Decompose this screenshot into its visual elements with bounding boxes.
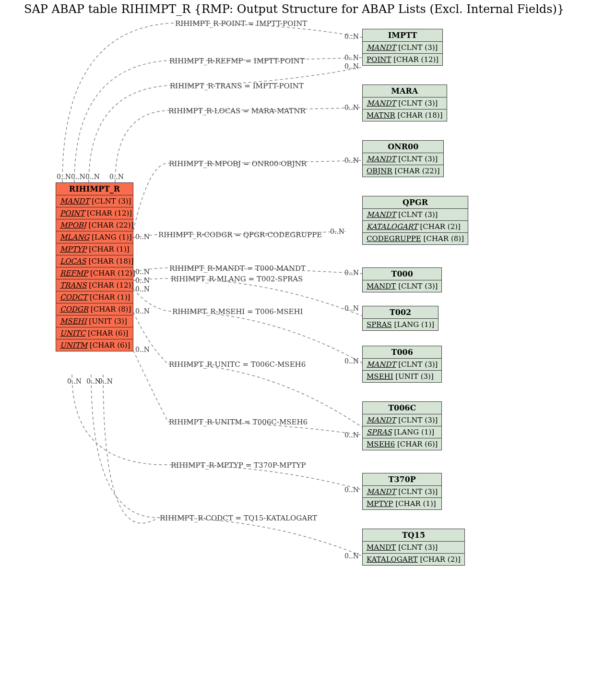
entity-field: MLANG [LANG (1)]	[56, 231, 133, 243]
page-title: SAP ABAP table RIHIMPT_R {RMP: Output St…	[24, 2, 564, 16]
cardinality: 0..N	[330, 228, 344, 235]
entity-field: MANDT [CLNT (3)]	[56, 195, 133, 207]
cardinality: 0..N	[135, 285, 150, 293]
entity-field: UNITC [CHAR (6)]	[56, 327, 133, 339]
cardinality: 0..N	[344, 157, 359, 164]
cardinality: 0..N	[344, 357, 359, 365]
entity-field: MPTYP [CHAR (1)]	[56, 243, 133, 255]
relation-label: RIHIMPT_R-CODGR = QPGR-CODEGRUPPE	[158, 230, 322, 239]
entity-onr00: ONR00MANDT [CLNT (3)]OBJNR [CHAR (22)]	[362, 140, 444, 177]
entity-field: MANDT [CLNT (3)]	[363, 97, 447, 109]
cardinality: 0..N	[344, 104, 359, 111]
entity-t002: T002SPRAS [LANG (1)]	[362, 306, 438, 331]
relation-label: RIHIMPT_R-TRANS = IMPTT-POINT	[170, 82, 304, 90]
cardinality: 0..N	[135, 268, 150, 276]
entity-qpgr: QPGRMANDT [CLNT (3)]KATALOGART [CHAR (2)…	[362, 196, 468, 245]
entity-field: KATALOGART [CHAR (2)]	[363, 554, 464, 565]
entity-t006c: T006CMANDT [CLNT (3)]SPRAS [LANG (1)]MSE…	[362, 401, 442, 450]
entity-header: T370P	[363, 473, 441, 486]
entity-header: MARA	[363, 85, 447, 97]
entity-field: MANDT [CLNT (3)]	[363, 209, 468, 221]
entity-field: REFMP [CHAR (12)]	[56, 267, 133, 279]
entity-field: MANDT [CLNT (3)]	[363, 414, 441, 426]
entity-field: TRANS [CHAR (12)]	[56, 279, 133, 291]
cardinality: 0..N	[135, 233, 150, 241]
entity-header: T006C	[363, 402, 441, 414]
entity-field: OBJNR [CHAR (22)]	[363, 165, 443, 177]
entity-mara: MARAMANDT [CLNT (3)]MATNR [CHAR (18)]	[362, 85, 447, 121]
entity-header: T000	[363, 268, 441, 280]
cardinality: 0..N	[67, 377, 82, 385]
entity-header: IMPTT	[363, 29, 442, 42]
entity-field: LOCAS [CHAR (18)]	[56, 255, 133, 267]
relation-label: RIHIMPT_R-UNITC = T006C-MSEH6	[169, 360, 306, 369]
entity-field: POINT [CHAR (12)]	[56, 207, 133, 219]
relation-label: RIHIMPT_R-MPOBJ = ONR00-OBJNR	[169, 159, 307, 168]
entity-header: ONR00	[363, 141, 443, 153]
relation-label: RIHIMPT_R-REFMP = IMPTT-POINT	[169, 57, 305, 65]
cardinality: 0..N	[344, 33, 359, 40]
entity-header: T006	[363, 346, 441, 359]
cardinality: 0..N	[57, 173, 71, 181]
entity-t000: T000MANDT [CLNT (3)]	[362, 267, 442, 292]
cardinality: 0..N	[344, 431, 359, 439]
entity-field: CODCT [CHAR (1)]	[56, 291, 133, 303]
cardinality: 0..N	[135, 346, 150, 353]
relation-label: RIHIMPT_R-UNITM = T006C-MSEH6	[169, 418, 308, 426]
entity-imptt: IMPTTMANDT [CLNT (3)]POINT [CHAR (12)]	[362, 29, 443, 66]
cardinality: 0..N	[85, 173, 100, 181]
relation-label: RIHIMPT_R-MANDT = T000-MANDT	[169, 264, 306, 273]
cardinality: 0..N	[344, 269, 359, 277]
entity-field: MPOBJ [CHAR (22)]	[56, 219, 133, 231]
cardinality: 0..N	[71, 173, 85, 181]
cardinality: 0..N	[344, 304, 359, 312]
cardinality: 0..N	[135, 307, 150, 315]
entity-field: MANDT [CLNT (3)]	[363, 42, 442, 54]
entity-field: CODGR [CHAR (8)]	[56, 303, 133, 315]
relation-label: RIHIMPT_R-POINT = IMPTT-POINT	[175, 19, 307, 28]
entity-field: CODEGRUPPE [CHAR (8)]	[363, 233, 468, 244]
entity-field: SPRAS [LANG (1)]	[363, 426, 441, 438]
entity-field: MANDT [CLNT (3)]	[363, 359, 441, 371]
entity-t370p: T370PMANDT [CLNT (3)]MPTYP [CHAR (1)]	[362, 473, 442, 510]
entity-field: MANDT [CLNT (3)]	[363, 153, 443, 165]
entity-field: MANDT [CLNT (3)]	[363, 542, 464, 554]
entity-field: POINT [CHAR (12)]	[363, 54, 442, 65]
entity-field: MANDT [CLNT (3)]	[363, 280, 441, 292]
entity-header: T002	[363, 306, 438, 319]
entity-header: RIHIMPT_R	[56, 183, 133, 195]
cardinality: 0..N	[344, 486, 359, 494]
entity-field: KATALOGART [CHAR (2)]	[363, 221, 468, 233]
entity-field: MSEHI [UNIT (3)]	[56, 315, 133, 327]
entity-tq15: TQ15MANDT [CLNT (3)]KATALOGART [CHAR (2)…	[362, 529, 465, 566]
entity-field: MATNR [CHAR (18)]	[363, 109, 447, 121]
entity-field: MSEHI [UNIT (3)]	[363, 371, 441, 382]
entity-t006: T006MANDT [CLNT (3)]MSEHI [UNIT (3)]	[362, 346, 442, 383]
entity-field: MANDT [CLNT (3)]	[363, 486, 441, 498]
cardinality: 0..N	[344, 62, 359, 70]
entity-field: MPTYP [CHAR (1)]	[363, 498, 441, 509]
entity-header: TQ15	[363, 529, 464, 542]
relation-label: RIHIMPT_R-MPTYP = T370P-MPTYP	[171, 461, 306, 470]
entity-field: UNITM [CHAR (6)]	[56, 339, 133, 351]
relation-label: RIHIMPT_R-MLANG = T002-SPRAS	[171, 275, 303, 283]
entity-header: QPGR	[363, 196, 468, 209]
cardinality: 0..N	[135, 277, 150, 284]
cardinality: 0..N	[344, 552, 359, 560]
relation-label: RIHIMPT_R-CODCT = TQ15-KATALOGART	[160, 514, 317, 522]
cardinality: 0..N	[98, 377, 113, 385]
relation-label: RIHIMPT_R-LOCAS = MARA-MATNR	[168, 107, 306, 115]
entity-rihimpt-r: RIHIMPT_R MANDT [CLNT (3)]POINT [CHAR (1…	[56, 182, 133, 351]
cardinality: 0..N	[344, 54, 359, 61]
cardinality: 0..N	[109, 173, 124, 181]
relation-label: RIHIMPT_R-MSEHI = T006-MSEHI	[172, 307, 303, 316]
entity-field: MSEH6 [CHAR (6)]	[363, 438, 441, 450]
entity-field: SPRAS [LANG (1)]	[363, 319, 438, 330]
